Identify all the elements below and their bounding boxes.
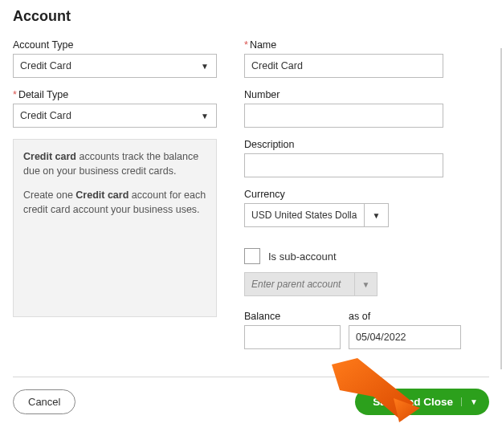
- detail-type-description: Credit card accounts track the balance d…: [13, 139, 217, 317]
- save-and-close-button[interactable]: Save and Close ▼: [355, 389, 489, 415]
- sub-account-label: Is sub-account: [268, 250, 337, 263]
- balance-label: Balance: [244, 311, 341, 322]
- cancel-button[interactable]: Cancel: [13, 389, 76, 414]
- account-type-label: Account Type: [13, 39, 217, 51]
- detail-type-label: *Detail Type: [13, 89, 217, 100]
- detail-type-select[interactable]: [13, 104, 217, 128]
- asof-date-input[interactable]: [349, 325, 461, 349]
- chevron-down-icon: ▼: [373, 211, 381, 220]
- currency-dropdown-button[interactable]: ▼: [365, 203, 389, 227]
- save-button-label: Save and Close: [373, 396, 453, 408]
- description-input[interactable]: [244, 153, 443, 177]
- name-label: *Name: [244, 39, 443, 51]
- number-label: Number: [244, 89, 443, 100]
- number-input[interactable]: [244, 104, 443, 128]
- balance-input[interactable]: [244, 325, 341, 349]
- description-label: Description: [244, 139, 443, 150]
- account-type-select[interactable]: [13, 54, 217, 78]
- asof-label: as of: [349, 311, 461, 322]
- currency-label: Currency: [244, 189, 443, 200]
- currency-select[interactable]: [244, 203, 365, 227]
- chevron-down-icon: ▼: [461, 397, 478, 406]
- name-input[interactable]: [244, 54, 443, 78]
- page-title: Account: [13, 8, 489, 25]
- sub-account-checkbox[interactable]: [244, 248, 260, 264]
- parent-account-input: [244, 272, 355, 296]
- chevron-down-icon: ▼: [362, 280, 370, 289]
- parent-account-dropdown-button: ▼: [355, 272, 378, 296]
